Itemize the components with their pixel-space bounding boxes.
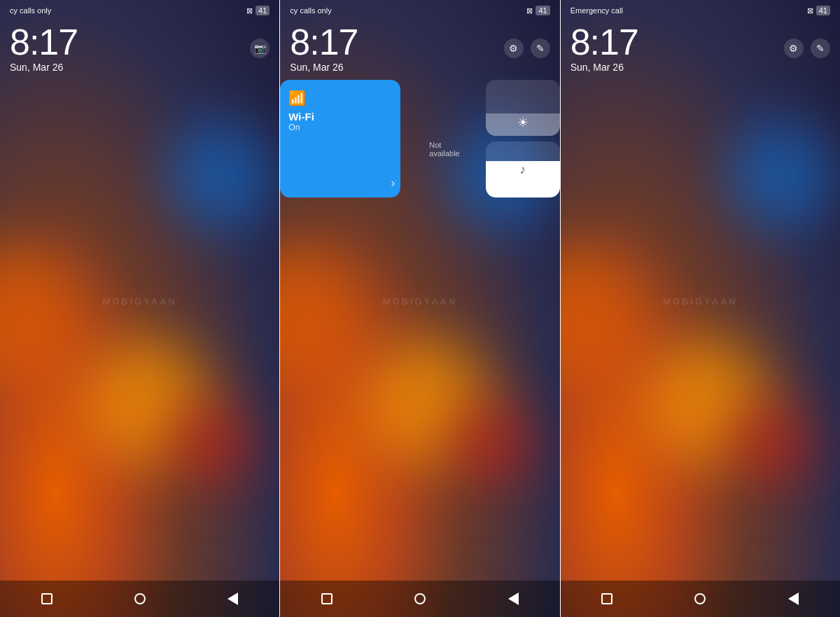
wifi-icon: 📶 <box>288 90 392 106</box>
edit-icon-3[interactable]: ✎ <box>811 39 830 58</box>
music-slider[interactable]: ♪ <box>486 141 560 197</box>
brightness-slider[interactable]: ☀ <box>486 80 560 136</box>
time-row-1: 8:17 Sun, Mar 26 📷 <box>0 18 279 73</box>
battery-indicator-2: 41 <box>536 6 550 15</box>
nav-recents-3[interactable] <box>596 588 618 610</box>
time-row-2: 8:17 Sun, Mar 26 ⚙ ✎ <box>280 18 559 73</box>
watermark-3: MOBIGYAAN <box>663 296 738 307</box>
battery-indicator-1: 41 <box>255 6 270 15</box>
status-icon-img: ⊠ <box>246 6 253 15</box>
time-block-3: 8:17 Sun, Mar 26 <box>570 24 638 73</box>
time-display-2: 8:17 <box>290 24 358 60</box>
time-icons-2: ⚙ ✎ <box>504 39 550 58</box>
time-block-2: 8:17 Sun, Mar 26 <box>290 24 358 73</box>
status-carrier-1: cy calls only <box>10 6 51 15</box>
home-icon-1 <box>134 593 146 604</box>
status-carrier-3: Emergency call <box>570 6 623 15</box>
edit-icon-2[interactable]: ✎ <box>531 39 550 58</box>
status-icons-1: ⊠ 41 <box>246 6 270 15</box>
wifi-label: Wi-Fi <box>288 111 392 123</box>
nav-bar-2 <box>280 581 559 617</box>
watermark-1: MOBIGYAAN <box>102 296 177 307</box>
watermark-2: MOBIGYAAN <box>383 296 458 307</box>
recents-icon-3 <box>601 593 612 604</box>
mobile-sub: Not available <box>429 141 472 158</box>
brightness-icon: ☀ <box>517 115 528 130</box>
time-display-1: 8:17 <box>10 24 78 60</box>
nav-recents-1[interactable] <box>36 588 58 610</box>
time-icons-1: 📷 <box>250 39 270 58</box>
nav-bar-1 <box>0 581 279 617</box>
nav-back-2[interactable] <box>502 588 524 610</box>
music-icon: ♪ <box>519 162 526 177</box>
status-bar-1: cy calls only ⊠ 41 <box>0 0 279 18</box>
wifi-sub: On <box>288 123 392 132</box>
panel-1-lockscreen: cy calls only ⊠ 41 8:17 Sun, Mar 26 📷 No… <box>0 0 279 617</box>
status-icons-3: ⊠ 41 <box>807 6 830 15</box>
panel-2-quicksettings: cy calls only ⊠ 41 8:17 Sun, Mar 26 ⚙ ✎ … <box>280 0 559 617</box>
status-bar-2: cy calls only ⊠ 41 <box>280 0 559 18</box>
recents-icon-2 <box>321 593 332 604</box>
nav-back-3[interactable] <box>782 588 804 610</box>
nav-home-3[interactable] <box>689 588 711 610</box>
status-icons-2: ⊠ 41 <box>526 6 550 15</box>
home-icon-2 <box>414 593 426 604</box>
time-row-3: 8:17 Sun, Mar 26 ⚙ ✎ <box>561 18 840 73</box>
wifi-tile[interactable]: 📶 Wi-Fi On › <box>280 80 400 197</box>
time-block-1: 8:17 Sun, Mar 26 <box>10 24 78 73</box>
status-bar-3: Emergency call ⊠ 41 <box>561 0 840 18</box>
wifi-arrow-icon: › <box>391 176 395 190</box>
nav-home-1[interactable] <box>129 588 151 610</box>
time-icons-3: ⚙ ✎ <box>784 39 830 58</box>
nav-home-2[interactable] <box>409 588 431 610</box>
recents-icon-1 <box>41 593 52 604</box>
status-icon-img-3: ⊠ <box>807 6 813 15</box>
back-icon-2 <box>508 592 519 605</box>
nav-bar-3 <box>561 581 840 617</box>
nav-back-1[interactable] <box>222 588 244 610</box>
status-icon-img-2: ⊠ <box>526 6 533 15</box>
back-icon-1 <box>227 592 238 605</box>
lock-camera-icon[interactable]: 📷 <box>250 39 270 58</box>
panel-3-fullqs: Emergency call ⊠ 41 8:17 Sun, Mar 26 ⚙ ✎ <box>561 0 840 617</box>
nav-recents-2[interactable] <box>316 588 338 610</box>
date-display-2: Sun, Mar 26 <box>290 62 358 73</box>
home-icon-3 <box>694 593 706 604</box>
settings-icon-3[interactable]: ⚙ <box>784 39 804 58</box>
time-display-3: 8:17 <box>570 24 638 60</box>
battery-indicator-3: 41 <box>816 6 830 15</box>
status-carrier-2: cy calls only <box>290 6 331 15</box>
settings-icon-2[interactable]: ⚙ <box>504 39 524 58</box>
date-display-1: Sun, Mar 26 <box>10 62 78 73</box>
back-icon-3 <box>788 592 799 605</box>
date-display-3: Sun, Mar 26 <box>570 62 638 73</box>
